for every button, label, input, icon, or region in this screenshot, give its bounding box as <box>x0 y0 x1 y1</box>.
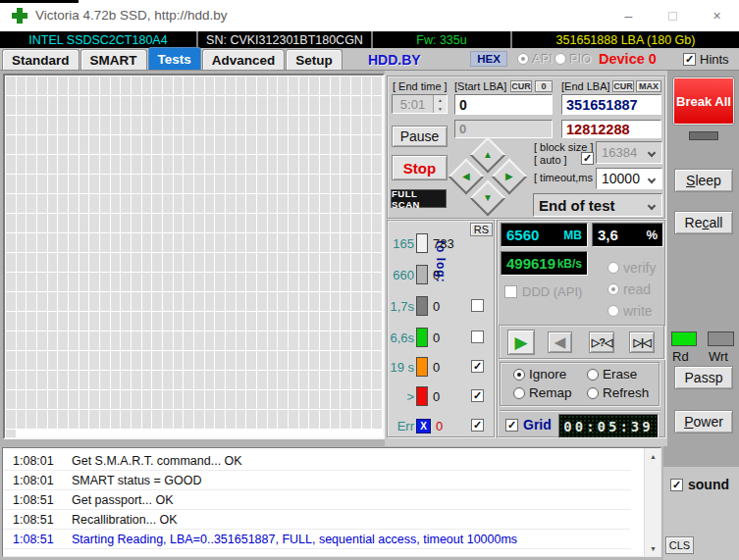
sound-checkbox[interactable] <box>670 479 683 491</box>
block-cell <box>184 214 193 232</box>
read-radio[interactable] <box>607 283 619 295</box>
end-max-button[interactable]: MAX <box>636 80 661 92</box>
power-button[interactable]: Power <box>674 410 733 433</box>
api-radio[interactable] <box>517 53 529 65</box>
spinner-arrows[interactable]: ▲▼ <box>433 95 447 113</box>
block-size-dropdown[interactable]: 16384 <box>596 141 662 164</box>
current-block-field: 12812288 <box>561 120 661 138</box>
timeout-label: [ timeout,ms ] <box>534 172 599 183</box>
block-cell <box>278 194 288 213</box>
bin-log-checkbox[interactable] <box>471 299 484 312</box>
full-scan-button[interactable]: FULL SCAN <box>391 189 447 208</box>
block-cell <box>6 214 16 232</box>
timeout-dropdown[interactable]: 10000 <box>596 168 662 189</box>
bin-log-checkbox[interactable] <box>471 419 484 432</box>
tab-advanced[interactable]: Advanced <box>202 49 286 70</box>
auto-checkbox[interactable] <box>581 152 594 165</box>
block-cell <box>362 351 372 370</box>
seek-end-button[interactable]: ▷|◁ <box>629 331 655 353</box>
block-cell <box>331 214 341 232</box>
block-cell <box>152 175 162 193</box>
verify-radio[interactable] <box>607 262 619 274</box>
hints-checkbox[interactable] <box>683 53 696 66</box>
ignore-radio[interactable] <box>513 369 525 381</box>
maximize-button[interactable] <box>651 0 695 31</box>
close-button[interactable]: × <box>695 0 739 31</box>
sleep-button[interactable]: Sleep <box>674 169 733 192</box>
break-all-button[interactable]: Break All <box>673 77 734 125</box>
block-cell <box>152 233 162 252</box>
block-cell <box>17 116 26 134</box>
erase-radio[interactable] <box>587 369 599 381</box>
minimize-button[interactable]: – <box>607 0 651 31</box>
rewind-button[interactable]: ◀ <box>548 331 572 353</box>
block-cell <box>320 116 330 134</box>
block-cell <box>372 96 382 115</box>
block-cell <box>37 331 47 350</box>
block-cell <box>69 175 79 193</box>
block-cell <box>132 135 141 154</box>
scroll-up-icon[interactable]: ▲ <box>645 448 661 464</box>
cls-button[interactable]: CLS <box>665 536 694 554</box>
refresh-label: Refresh <box>603 385 649 400</box>
start-lba-input[interactable] <box>454 94 553 115</box>
block-cell <box>205 273 215 291</box>
pause-button[interactable]: Pause <box>392 126 448 147</box>
block-cell <box>194 312 204 331</box>
tab-standard[interactable]: Standard <box>2 49 79 70</box>
block-cell <box>299 390 309 409</box>
scroll-down-icon[interactable]: ▼ <box>645 540 661 556</box>
passp-button[interactable]: Passp <box>674 366 733 389</box>
end-time-spinner[interactable]: 5:01 ▲▼ <box>392 94 448 114</box>
grid-checkbox[interactable] <box>505 419 518 432</box>
block-cell <box>79 273 89 291</box>
start-cur-button[interactable]: CUR <box>510 80 532 92</box>
block-cell <box>48 155 58 174</box>
bin-log-checkbox[interactable] <box>471 360 484 373</box>
ddd-checkbox[interactable] <box>504 285 517 298</box>
log-row: 1:08:01Get S.M.A.R.T. command... OK <box>3 451 631 471</box>
block-cell <box>100 312 110 331</box>
block-cell <box>184 116 193 134</box>
block-cell <box>362 135 372 154</box>
tab-tests[interactable]: Tests <box>148 47 201 70</box>
block-cell <box>237 273 246 291</box>
bin-count: 0 <box>436 419 443 433</box>
hex-button[interactable]: HEX <box>470 51 507 67</box>
log-message: Recallibration... OK <box>72 513 178 527</box>
play-button[interactable]: ▶ <box>507 330 535 355</box>
block-cell <box>58 273 68 291</box>
end-cur-button[interactable]: CUR <box>612 80 634 92</box>
block-cell <box>26 371 36 389</box>
bin-color-box <box>416 328 428 347</box>
end-lba-input[interactable] <box>561 94 661 115</box>
end-action-dropdown[interactable]: End of test <box>533 193 662 217</box>
recall-button[interactable]: Recall <box>674 211 733 234</box>
block-cell <box>372 155 382 174</box>
stop-button[interactable]: Stop <box>392 155 448 180</box>
block-cell <box>309 233 319 252</box>
block-cell <box>331 135 341 154</box>
block-cell <box>299 116 309 134</box>
start-zero-button[interactable]: 0 <box>535 80 553 92</box>
write-radio[interactable] <box>607 305 619 317</box>
tab-smart[interactable]: SMART <box>80 49 147 70</box>
block-cell <box>309 214 319 232</box>
block-cell <box>142 371 152 389</box>
block-cell <box>100 253 110 272</box>
block-cell <box>278 390 288 409</box>
log-scrollbar[interactable]: ▲ ▼ <box>644 448 660 556</box>
block-cell <box>246 96 256 115</box>
tab-setup[interactable]: Setup <box>286 49 343 70</box>
refresh-radio[interactable] <box>587 387 599 399</box>
bin-log-checkbox[interactable] <box>471 389 484 402</box>
block-cell <box>37 155 47 174</box>
block-cell <box>246 175 256 193</box>
pio-radio[interactable] <box>554 53 566 65</box>
block-cell <box>100 371 110 389</box>
block-cell <box>163 96 173 115</box>
block-cell <box>257 194 267 213</box>
seek-question-button[interactable]: ▷?◁ <box>589 331 614 353</box>
bin-log-checkbox[interactable] <box>471 331 484 343</box>
remap-radio[interactable] <box>513 387 525 399</box>
